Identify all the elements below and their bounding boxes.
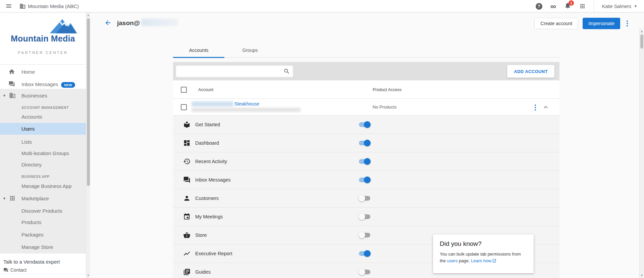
home-icon	[8, 68, 15, 75]
main-scrollbar[interactable]: ▲ ▼	[639, 28, 644, 278]
sidebar-item-marketplace[interactable]: ▼ Marketplace	[0, 193, 86, 204]
scroll-up-arrow[interactable]: ▲	[86, 12, 90, 18]
logo: Mountain Media	[0, 15, 86, 49]
permission-label: Executive Report	[195, 251, 232, 256]
page-title: jason@	[117, 19, 140, 27]
impersonate-button[interactable]: Impersonate	[583, 18, 620, 29]
open-in-new-icon	[492, 259, 496, 263]
sidebar-scrollbar[interactable]: ▲ ▼	[86, 12, 90, 278]
guides-toggle[interactable]	[359, 269, 371, 275]
my-meetings-toggle[interactable]	[359, 213, 371, 220]
permission-row-get-started: Get Started	[173, 116, 559, 134]
header-more-menu-icon[interactable]	[625, 19, 630, 28]
app: Mountain Media (ABC) ? ∞ 1 Katie Salmers…	[0, 0, 644, 278]
scroll-down-arrow[interactable]: ▼	[640, 273, 644, 278]
tab-accounts[interactable]: Accounts	[173, 43, 224, 58]
sidebar-item-products[interactable]: Products	[0, 216, 86, 228]
permission-label: Dashboard	[195, 140, 219, 146]
help-icon[interactable]: ?	[536, 3, 542, 10]
add-account-button[interactable]: ADD ACCOUNT	[507, 65, 554, 78]
row-more-menu-icon[interactable]	[533, 103, 538, 112]
recent-activity-icon	[183, 158, 191, 165]
sidebar-item-home[interactable]: Home	[0, 66, 86, 77]
notification-count-badge: 1	[569, 0, 574, 6]
recent-activity-toggle[interactable]	[359, 158, 371, 165]
dashboard-toggle[interactable]	[359, 140, 371, 146]
mountain-logo-icon	[38, 16, 78, 34]
user-menu[interactable]: Katie Salmers ▼	[602, 4, 639, 9]
select-all-checkbox[interactable]	[181, 87, 187, 93]
sidebar: Mountain Media PARTNER CENTER Home Inbox…	[0, 12, 86, 278]
column-account: Account	[198, 87, 213, 92]
permission-row-customers: Customers	[173, 189, 559, 208]
sidebar-item-manage-business-app[interactable]: Manage Business App	[0, 180, 86, 192]
customers-icon	[183, 195, 191, 202]
sidebar-scrollbar-thumb[interactable]	[87, 18, 90, 186]
search-box	[176, 66, 293, 77]
sidebar-item-discover-products[interactable]: Discover Products	[0, 205, 86, 216]
apps-grid-icon[interactable]	[579, 3, 586, 9]
permission-row-my-meetings: My Meetings	[173, 208, 559, 226]
contact-chat-icon	[3, 268, 8, 273]
section-business-app: BUSINESS APP	[21, 175, 50, 179]
permission-row-recent-activity: Recent Activity	[173, 152, 559, 171]
dashboard-icon	[183, 139, 191, 147]
sidebar-divider	[0, 64, 86, 65]
back-arrow-icon[interactable]	[104, 19, 112, 26]
sidebar-item-packages[interactable]: Packages	[0, 229, 86, 240]
tab-bar: Accounts Groups	[173, 43, 559, 58]
sidebar-item-businesses[interactable]: ▼ Businesses	[0, 90, 86, 101]
row-checkbox[interactable]	[181, 104, 187, 110]
chevron-down-icon: ▼	[634, 4, 637, 8]
account-name-link[interactable]: Steakhouse	[234, 101, 259, 107]
hamburger-menu-icon[interactable]	[5, 3, 12, 9]
scroll-down-arrow[interactable]: ▼	[86, 273, 90, 278]
sidebar-item-users[interactable]: Users	[0, 123, 86, 135]
permission-label: Store	[195, 232, 207, 238]
chat-icon	[8, 81, 15, 87]
table-toolbar: ADD ACCOUNT	[173, 62, 559, 80]
businesses-icon	[9, 92, 16, 99]
get-started-toggle[interactable]	[359, 121, 371, 128]
company-building-icon	[19, 3, 26, 9]
tab-groups[interactable]: Groups	[224, 43, 276, 58]
did-you-know-popup: Did you know? You can bulk update tab pe…	[433, 234, 534, 273]
product-access-value: No Products	[373, 105, 397, 110]
account-row: Steakhouse No Products	[173, 99, 559, 116]
guides-icon	[183, 268, 191, 276]
inbox-messages-toggle[interactable]	[359, 177, 371, 183]
permission-label: Customers	[195, 196, 219, 201]
caret-down-icon: ▼	[3, 197, 6, 200]
column-product-access: Product Access	[373, 87, 401, 92]
popup-body: You can bulk update tab permissions from…	[440, 251, 527, 264]
account-address-redacted	[192, 108, 301, 112]
users-link[interactable]: users	[447, 258, 458, 263]
sidebar-item-accounts[interactable]: Accounts	[0, 111, 86, 122]
sidebar-item-directory[interactable]: Directory	[0, 159, 86, 170]
main-scrollbar-thumb[interactable]	[640, 34, 643, 49]
sidebar-item-multi-location-groups[interactable]: Multi-location Groups	[0, 147, 86, 159]
main-content: jason@ Create account Impersonate Accoun…	[90, 12, 639, 278]
link-icon[interactable]: ∞	[550, 3, 556, 10]
scroll-up-arrow[interactable]: ▲	[640, 28, 644, 34]
sidebar-item-inbox-messages[interactable]: Inbox MessagesNEW	[0, 78, 86, 90]
sidebar-item-lists[interactable]: Lists	[0, 136, 86, 147]
notifications-bell-icon[interactable]: 1	[564, 2, 571, 10]
table-header: Account Product Access	[173, 80, 559, 99]
permission-label: Get Started	[195, 122, 220, 127]
executive-report-toggle[interactable]	[359, 250, 371, 257]
permission-label: Guides	[195, 269, 211, 275]
topbar-divider	[594, 0, 594, 12]
permission-label: My Meetings	[195, 214, 223, 219]
collapse-chevron-up-icon[interactable]	[542, 103, 549, 111]
account-name-redacted	[192, 101, 233, 107]
sidebar-item-manage-store[interactable]: Manage Store	[0, 241, 86, 253]
learn-how-link[interactable]: Learn how	[471, 258, 496, 263]
store-toggle[interactable]	[359, 232, 371, 238]
customers-toggle[interactable]	[359, 195, 371, 202]
caret-down-icon: ▼	[3, 94, 6, 97]
contact-link[interactable]: Contact	[3, 267, 26, 273]
title-redacted	[141, 19, 178, 26]
search-icon[interactable]	[283, 68, 290, 75]
search-input[interactable]	[179, 66, 280, 77]
